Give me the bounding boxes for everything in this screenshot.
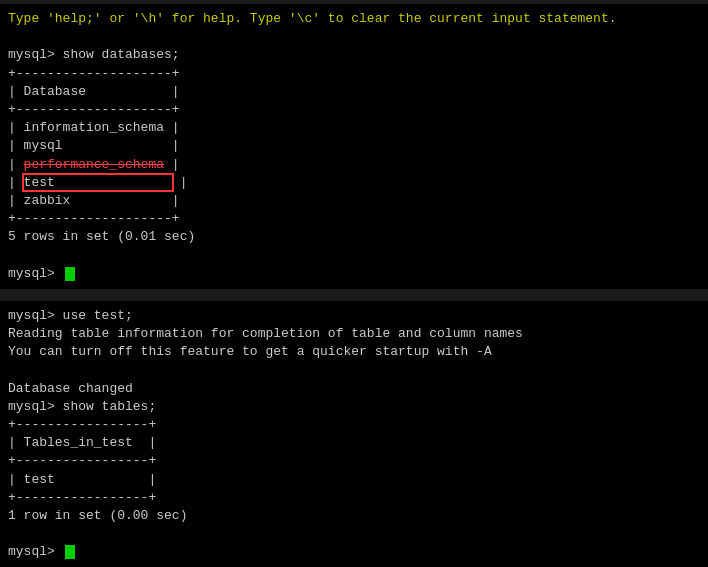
top-terminal: Type 'help;' or '\h' for help. Type '\c'… xyxy=(0,4,708,289)
test-highlight-box: test xyxy=(24,175,172,190)
blank-line-3 xyxy=(8,361,700,379)
bottom-terminal: mysql> use test; Reading table informati… xyxy=(0,301,708,567)
prompt-line-2: mysql> xyxy=(8,543,700,561)
blank-line-2 xyxy=(8,246,700,264)
prompt-text: mysql> xyxy=(8,265,63,283)
turn-off-info: You can turn off this feature to get a q… xyxy=(8,343,700,361)
table-border-1: +--------------------+ xyxy=(8,65,700,83)
cursor-2 xyxy=(65,545,75,559)
db-info-schema: | information_schema | xyxy=(8,119,700,137)
db-perf-schema: | performance_schema | xyxy=(8,156,700,174)
use-test-cmd: mysql> use test; xyxy=(8,307,700,325)
show-tables-cmd: mysql> show tables; xyxy=(8,398,700,416)
table-border-t3: +-----------------+ xyxy=(8,489,700,507)
strikethrough-text: performance_schema xyxy=(24,157,164,172)
db-mysql: | mysql | xyxy=(8,137,700,155)
help-line: Type 'help;' or '\h' for help. Type '\c'… xyxy=(8,10,700,28)
reading-table-info: Reading table information for completion… xyxy=(8,325,700,343)
db-test-highlighted: | test | xyxy=(8,174,700,192)
table-test-row: | test | xyxy=(8,471,700,489)
prompt-text-2: mysql> xyxy=(8,543,63,561)
tables-header: | Tables_in_test | xyxy=(8,434,700,452)
db-zabbix: | zabbix | xyxy=(8,192,700,210)
table-border-2: +--------------------+ xyxy=(8,101,700,119)
table-border-t2: +-----------------+ xyxy=(8,452,700,470)
blank-line-4 xyxy=(8,525,700,543)
table-border-t1: +-----------------+ xyxy=(8,416,700,434)
rows-info: 5 rows in set (0.01 sec) xyxy=(8,228,700,246)
cursor xyxy=(65,267,75,281)
prompt-line: mysql> xyxy=(8,265,700,283)
rows-info-2: 1 row in set (0.00 sec) xyxy=(8,507,700,525)
db-changed-msg: Database changed xyxy=(8,380,700,398)
db-header: | Database | xyxy=(8,83,700,101)
table-border-3: +--------------------+ xyxy=(8,210,700,228)
show-databases-cmd: mysql> show databases; xyxy=(8,46,700,64)
blank-line-1 xyxy=(8,28,700,46)
